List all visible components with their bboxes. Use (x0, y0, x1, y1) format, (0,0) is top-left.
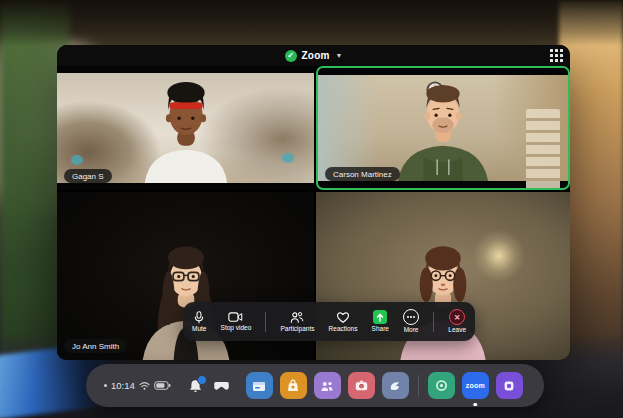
zoom-title-dropdown[interactable]: ✓ Zoom ▼ (285, 50, 343, 62)
leave-label: Leave (448, 327, 466, 334)
gagan-virtual-background (57, 73, 314, 183)
wifi-icon (139, 381, 150, 390)
stop-video-label: Stop video (221, 325, 252, 332)
clock-time: 10:14 (111, 380, 135, 391)
share-up-arrow-icon (373, 310, 387, 324)
participant-name-tag: Gagan S (64, 169, 112, 183)
notifications-button[interactable] (187, 379, 204, 393)
vr-headset-icon (213, 381, 230, 391)
headset-button[interactable] (211, 381, 232, 391)
browser-app-icon[interactable] (382, 372, 409, 399)
participant-name-tag: Carson Martinez (325, 167, 400, 181)
stop-video-button[interactable]: Stop video (221, 311, 252, 332)
status-dot (104, 384, 107, 387)
feed-app-icon[interactable] (496, 372, 523, 399)
share-label: Share (372, 326, 389, 333)
controlbar-divider (433, 312, 434, 332)
leave-button[interactable]: ✕ Leave (448, 309, 466, 334)
share-button[interactable]: Share (372, 310, 389, 333)
heart-icon (336, 311, 350, 324)
battery-icon (154, 381, 171, 390)
participants-icon (290, 311, 304, 324)
mute-label: Mute (192, 326, 206, 333)
app-library-grid-icon[interactable] (530, 372, 557, 399)
more-label: More (404, 327, 419, 334)
gagan-avatar (127, 79, 245, 183)
quest-taskbar: 10:14 (86, 364, 544, 407)
taskbar-app-divider (418, 375, 419, 397)
camera-app-icon[interactable] (348, 372, 375, 399)
reactions-label: Reactions (329, 326, 358, 333)
video-camera-icon (228, 311, 243, 323)
notification-badge (197, 375, 207, 385)
office-shelf (526, 109, 560, 189)
meeting-controlbar: Mute Stop video Participants Reactions S (183, 302, 475, 341)
people-app-icon[interactable] (314, 372, 341, 399)
carson-virtual-background (318, 75, 568, 181)
window-titlebar: ✓ Zoom ▼ (57, 45, 570, 66)
more-button[interactable]: More (403, 309, 419, 334)
zoom-app-label: zoom (466, 382, 485, 389)
teal-chair-accent (282, 153, 294, 163)
video-tile-gagan[interactable]: Gagan S (57, 66, 314, 190)
vr-ceiling-shade (0, 0, 623, 46)
zoom-active-indicator (474, 403, 478, 407)
leave-x-icon: ✕ (449, 309, 465, 325)
ellipsis-icon (403, 309, 419, 325)
status-cluster[interactable]: 10:14 (102, 380, 173, 391)
zoom-app-icon[interactable]: zoom (462, 372, 489, 399)
participants-label: Participants (281, 326, 315, 333)
controlbar-divider (265, 312, 266, 332)
mute-button[interactable]: Mute (192, 311, 206, 333)
store-app-icon[interactable] (246, 372, 273, 399)
shopping-bag-app-icon[interactable] (280, 372, 307, 399)
reactions-button[interactable]: Reactions (329, 311, 358, 333)
teal-chair-accent (71, 155, 83, 165)
microphone-icon (193, 311, 205, 324)
chevron-down-icon: ▼ (336, 52, 343, 59)
record-circle-app-icon[interactable] (428, 372, 455, 399)
participant-name-tag: Jo Ann Smith (64, 339, 127, 353)
carson-avatar (383, 79, 503, 181)
security-shield-icon: ✓ (285, 50, 297, 62)
video-tile-carson[interactable]: Carson Martinez (316, 66, 570, 190)
participants-button[interactable]: Participants (281, 311, 315, 333)
window-title: Zoom (302, 50, 330, 61)
gallery-view-grid-icon[interactable] (550, 49, 563, 62)
